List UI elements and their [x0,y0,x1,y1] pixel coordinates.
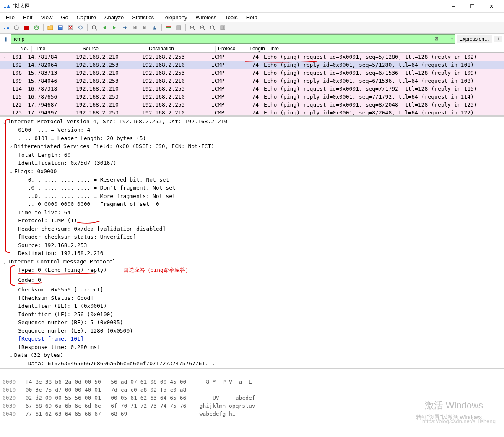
apply-filter-icon[interactable]: → [442,36,447,41]
colorize-icon[interactable] [164,23,173,32]
save-icon[interactable] [56,23,65,32]
col-protocol[interactable]: Protocol [216,46,247,52]
expression-button[interactable]: Expression… [457,35,492,43]
packet-row[interactable]: 12217.794687192.168.2.210192.168.2.253IC… [0,101,504,109]
svg-rect-18 [224,26,225,30]
autoscroll-icon[interactable] [150,23,159,32]
find-icon[interactable] [90,23,99,32]
menu-view[interactable]: View [37,13,56,21]
ip-flag-reserved[interactable]: 0... .... .... .... = Reserved bit: Not … [28,177,169,183]
icmp-id-be[interactable]: Identifier (BE): 1 (0x0001) [18,303,107,309]
icmp-data[interactable]: Data (32 bytes) [14,352,63,358]
toolbar [0,22,504,34]
layout-icon[interactable] [174,23,183,32]
zoomout-icon[interactable] [198,23,207,32]
ip-header[interactable]: Internet Protocol Version 4, Src: 192.16… [8,118,227,125]
ip-flags[interactable]: Flags: 0x0000 [14,168,57,174]
icmp-data-hex[interactable]: Data: 6162636465666768696a6b6c6d6e6f7071… [28,360,215,367]
ip-flag-df[interactable]: .0.. .... .... .... = Don't fragment: No… [28,185,176,191]
options-icon[interactable] [32,23,41,32]
expand-icon[interactable]: ⌄ [2,258,8,266]
prev-icon[interactable] [100,23,109,32]
packet-row[interactable]: ←10214.782064192.168.2.253192.168.2.210I… [0,61,504,69]
bookmark-icon[interactable]: ▮ [2,36,9,42]
icmp-id-le[interactable]: Identifier (LE): 256 (0x0100) [18,311,113,317]
svg-point-0 [14,26,18,30]
icmp-response-time[interactable]: [Response time: 0.280 ms] [18,344,100,350]
ip-destination[interactable]: Destination: 192.168.2.210 [18,250,104,256]
svg-point-6 [92,26,96,29]
ip-ttl[interactable]: Time to live: 64 [18,209,70,216]
packet-row[interactable]: →10114.781784192.168.2.210192.168.2.253I… [0,53,504,61]
next-icon[interactable] [110,23,119,32]
col-length[interactable]: Length [247,46,268,52]
open-icon[interactable] [46,23,55,32]
packet-row[interactable]: 11416.787318192.168.2.210192.168.2.253IC… [0,85,504,93]
first-icon[interactable] [130,23,139,32]
ip-protocol[interactable]: Protocol: ICMP (1) [18,217,77,224]
app-icon [3,3,10,10]
menu-wireless[interactable]: Wireless [192,13,220,21]
start-capture-icon[interactable] [2,23,11,32]
col-destination[interactable]: Destination [146,46,216,52]
expand-icon[interactable]: ⌄ [8,351,14,360]
jump-icon[interactable] [120,23,129,32]
menu-telephony[interactable]: Telephony [159,13,190,21]
menu-go[interactable]: Go [57,13,71,21]
watermark: 激活 Windows [425,399,483,412]
packet-list-header: No. Time Source Destination Protocol Len… [0,44,504,53]
menu-analyze[interactable]: Analyze [101,13,127,21]
ip-version[interactable]: 0100 .... = Version: 4 [18,127,90,133]
restart-capture-icon[interactable] [22,23,31,32]
packet-row[interactable]: 12317.794997192.168.2.253192.168.2.210IC… [0,109,504,117]
col-time[interactable]: Time [32,46,80,52]
ip-source[interactable]: Source: 192.168.2.253 [18,242,87,248]
close-file-icon[interactable] [66,23,75,32]
maximize-button[interactable]: ☐ [463,0,482,12]
icmp-checksum-status[interactable]: [Checksum Status: Good] [18,295,94,301]
icmp-seq-be[interactable]: Sequence number (BE): 5 (0x0005) [18,319,123,325]
menu-capture[interactable]: Capture [73,13,99,21]
ip-frag-offset[interactable]: ...0 0000 0000 0000 = Fragment offset: 0 [28,201,159,207]
hex-row[interactable]: 0000 f4 8e 38 b6 2a 0d 00 50 56 ad 07 61… [3,378,501,386]
packet-row[interactable]: 10815.783713192.168.2.210192.168.2.253IC… [0,69,504,77]
icmp-checksum[interactable]: Checksum: 0x5556 [correct] [18,286,104,293]
menu-tools[interactable]: Tools [221,13,241,21]
ip-checksum[interactable]: Header checksum: 0x7dca [validation disa… [18,226,166,232]
packet-details[interactable]: ⌄Internet Protocol Version 4, Src: 192.1… [0,117,504,369]
ip-dsfield[interactable]: Differentiated Services Field: 0x00 (DSC… [14,143,214,149]
icmp-request-frame-link[interactable]: [Request frame: 101] [18,336,84,342]
hex-row[interactable]: 0010 00 3c 75 d7 00 00 40 01 7d ca c0 a8… [3,386,501,394]
icmp-seq-le[interactable]: Sequence number (LE): 1280 (0x0500) [18,328,133,334]
minimize-button[interactable]: ─ [444,0,463,12]
packet-row[interactable]: 11516.787656192.168.2.253192.168.2.210IC… [0,93,504,101]
col-info[interactable]: Info [268,46,504,52]
menu-edit[interactable]: Edit [20,13,36,21]
resize-cols-icon[interactable] [218,23,227,32]
add-filter-button[interactable]: + [494,36,502,42]
icmp-header[interactable]: Internet Control Message Protocol [8,258,116,265]
last-icon[interactable] [140,23,149,32]
close-button[interactable]: ✕ [482,0,501,12]
ip-identification[interactable]: Identification: 0x75d7 (30167) [18,160,117,166]
clear-filter-icon[interactable]: ⊠ [434,36,438,42]
ip-total-length[interactable]: Total Length: 60 [18,152,70,158]
packet-list[interactable]: No. Time Source Destination Protocol Len… [0,44,504,117]
svg-point-15 [210,26,214,29]
packet-row[interactable]: 10915.784046192.168.2.253192.168.2.210IC… [0,77,504,85]
stop-capture-icon[interactable] [12,23,21,32]
menu-file[interactable]: File [3,13,18,21]
ip-flag-mf[interactable]: ..0. .... .... .... = More fragments: No… [28,193,176,199]
filter-dropdown-icon[interactable]: ▾ [451,37,453,41]
display-filter-input[interactable] [11,34,455,44]
svg-rect-4 [59,26,62,27]
ip-checksum-status[interactable]: [Header checksum status: Unverified] [18,234,136,240]
menu-statistics[interactable]: Statistics [129,13,157,21]
menu-help[interactable]: Help [243,13,261,21]
reload-icon[interactable] [76,23,85,32]
col-source[interactable]: Source [80,46,146,52]
col-no[interactable]: No. [7,46,32,52]
zoomin-icon[interactable] [188,23,197,32]
zoom100-icon[interactable] [208,23,217,32]
ip-header-length[interactable]: .... 0101 = Header Length: 20 bytes (5) [18,135,146,141]
